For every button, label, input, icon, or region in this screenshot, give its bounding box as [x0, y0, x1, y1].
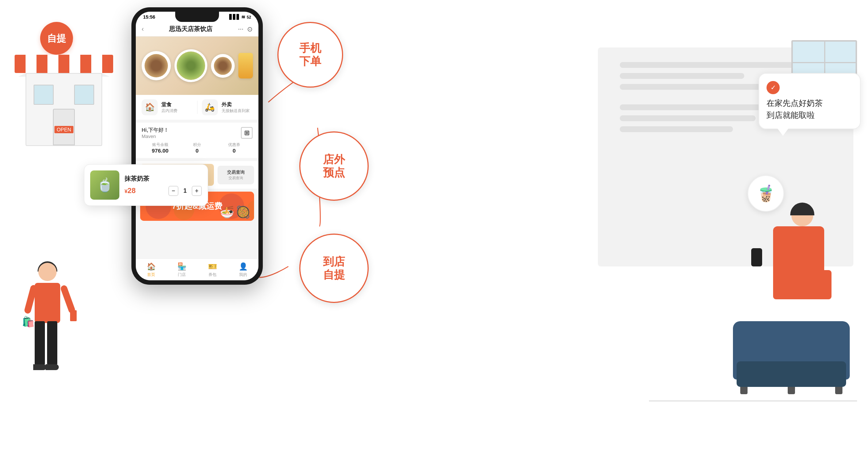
wall-line-1 — [620, 62, 801, 68]
qty-number: 1 — [181, 188, 189, 194]
food-glass — [238, 53, 253, 78]
tab-home-icon: 🏠 — [147, 262, 156, 271]
stat-points: 积分 0 — [178, 142, 215, 154]
dine-in-item[interactable]: 🏠 堂食 店内消费 — [142, 99, 193, 115]
phone-header-icons: ··· ⊙ — [238, 25, 253, 33]
stats-row: 账号余额 976.00 积分 0 优惠券 0 — [142, 142, 253, 154]
product-card: 抹茶奶茶 ¥28 − 1 + — [84, 164, 208, 206]
sofa-leg-3 — [835, 387, 842, 394]
right-shoe — [46, 364, 59, 370]
product-name: 抹茶奶茶 — [124, 174, 202, 183]
promo-food-icons: 🍜 🥘 — [220, 205, 250, 219]
store-body: OPEN — [26, 73, 102, 146]
person-arm-right — [60, 284, 76, 314]
open-sign: OPEN — [54, 126, 73, 133]
wall-line-2 — [620, 73, 744, 79]
food-plate-1 — [142, 51, 171, 80]
phone-store-title: 思迅天店茶饮店 — [169, 25, 212, 33]
sofa-seat — [737, 361, 846, 387]
service-divider — [197, 101, 197, 114]
product-image — [90, 170, 119, 200]
tab-bag-icon: 🎫 — [208, 262, 217, 271]
tab-store-icon: 🏪 — [177, 262, 187, 271]
person-right — [751, 204, 824, 358]
person-body — [35, 283, 60, 323]
food-items — [136, 36, 258, 95]
store-door: OPEN — [53, 109, 75, 145]
bubble-phone-order: 手机 下单 — [277, 22, 343, 88]
left-scene: 自提 OPEN 🛍️ — [11, 22, 128, 423]
left-shoe — [33, 364, 46, 370]
sofa-legs — [740, 387, 842, 394]
location-icon[interactable]: ⊙ — [247, 25, 253, 33]
tab-home[interactable]: 🏠 首页 — [136, 259, 166, 280]
shopping-bags: 🛍️ — [22, 316, 35, 328]
food-plate-3 — [211, 54, 235, 78]
phone-screen: 15:56 ▋▋▋ ≋ 52 ‹ 思迅天店茶饮店 ··· ⊙ — [136, 12, 258, 280]
right-person-legs — [773, 270, 831, 299]
phone-frame: 15:56 ▋▋▋ ≋ 52 ‹ 思迅天店茶饮店 ··· ⊙ — [131, 7, 263, 285]
store-roof-colored — [15, 55, 113, 73]
right-scene: ✓ 在家先点好奶茶到店就能取啦 🧋 — [539, 29, 868, 431]
delivery-item[interactable]: 🛵 外卖 无接触送喜到家 — [202, 99, 253, 115]
status-time: 15:56 — [143, 14, 155, 20]
user-section: Hi,下午好！ Maven ⊞ 账号余额 976.00 积分 0 优 — [136, 123, 258, 158]
sofa-leg-1 — [740, 387, 748, 394]
phone-tab-bar: 🏠 首页 🏪 门店 🎫 券包 👤 我的 — [136, 258, 258, 280]
product-info: 抹茶奶茶 ¥28 − 1 + — [124, 174, 202, 196]
right-leg — [47, 321, 57, 365]
dine-in-text: 堂食 店内消费 — [161, 101, 177, 114]
right-person-phone — [751, 248, 762, 266]
phone-notch — [175, 12, 219, 22]
stat-balance: 账号余额 976.00 — [142, 142, 178, 154]
left-leg — [35, 321, 45, 365]
qty-control: − 1 + — [168, 186, 202, 196]
service-row: 🏠 堂食 店内消费 🛵 外卖 无接触送喜到家 — [136, 95, 258, 123]
floor-line — [649, 400, 857, 401]
qr-code-icon[interactable]: ⊞ — [241, 127, 253, 139]
user-greeting-text: Hi,下午好！ Maven — [142, 127, 169, 139]
cup-icon-bubble: 🧋 — [748, 175, 784, 212]
wall-line-5 — [620, 115, 756, 121]
bubble-pickup: 到店 自提 — [299, 234, 369, 303]
dine-in-icon: 🏠 — [142, 99, 158, 115]
person-cup — [70, 310, 77, 321]
status-icons: ▋▋▋ ≋ 52 — [229, 14, 251, 20]
store-window-left — [34, 85, 54, 105]
tab-profile[interactable]: 👤 我的 — [228, 259, 258, 280]
tab-profile-icon: 👤 — [239, 262, 248, 271]
hero-image — [136, 36, 258, 95]
stat-coupon: 优惠券 0 — [216, 142, 253, 154]
delivery-text: 外卖 无接触送喜到家 — [222, 101, 250, 114]
phone-container: 15:56 ▋▋▋ ≋ 52 ‹ 思迅天店茶饮店 ··· ⊙ — [131, 7, 266, 445]
speech-bubble-text: 在家先点好奶茶到店就能取啦 — [767, 97, 853, 121]
person-head — [38, 263, 57, 281]
wall-line-3 — [620, 84, 778, 90]
right-person-hair — [790, 203, 814, 215]
cup-icon: 🧋 — [756, 184, 776, 203]
bubble-outside-order: 店外 预点 — [299, 131, 369, 201]
tab-store[interactable]: 🏪 门店 — [166, 259, 197, 280]
delivery-icon: 🛵 — [202, 99, 218, 115]
user-greeting: Hi,下午好！ Maven ⊞ — [142, 127, 253, 139]
product-price: ¥28 — [124, 187, 136, 195]
sofa-leg-2 — [788, 387, 795, 394]
speech-check-icon: ✓ — [767, 81, 780, 94]
speech-bubble: ✓ 在家先点好奶茶到店就能取啦 — [758, 73, 861, 129]
wall-line-6 — [620, 126, 733, 132]
phone-header: ‹ 思迅天店茶饮店 ··· ⊙ — [136, 22, 258, 36]
qty-plus-btn[interactable]: + — [192, 186, 202, 196]
more-icon[interactable]: ··· — [238, 25, 243, 33]
person-left: 🛍️ — [26, 263, 69, 394]
store-window-right — [74, 85, 94, 105]
tab-bag[interactable]: 🎫 券包 — [197, 259, 228, 280]
store-building: OPEN — [18, 44, 110, 161]
transaction-btn[interactable]: 交易查询 交易查询 — [218, 166, 254, 184]
qty-minus-btn[interactable]: − — [168, 186, 178, 196]
food-plate-2 — [174, 49, 207, 82]
